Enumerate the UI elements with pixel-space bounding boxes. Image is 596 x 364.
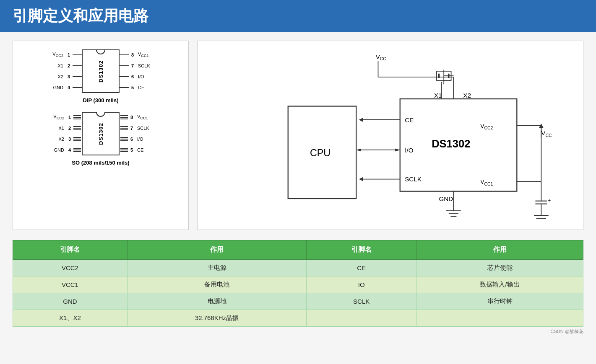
footer-note: CSDN @故柿花: [0, 327, 596, 336]
pin-line: [73, 87, 82, 88]
page: 引脚定义和应用电路 1 VCC2 2: [0, 0, 596, 364]
x2-label: X2: [463, 92, 471, 99]
table-cell: 电源地: [127, 293, 306, 310]
pin-label: I/O: [138, 74, 153, 79]
pin-row: 2 X1: [49, 123, 82, 134]
pin-row: 7 SCLK: [120, 123, 152, 134]
pin-label: X1: [49, 63, 63, 68]
table-cell: 32.768KHz晶振: [127, 310, 306, 327]
pin-label: X2: [49, 74, 63, 79]
pin-row: 3 X2: [49, 71, 82, 82]
pin-line: [73, 65, 82, 66]
pin-diagram-box: 1 VCC2 2 X1 3 X2: [13, 41, 189, 230]
pin-label: GND: [49, 85, 63, 90]
pin-label: CE: [138, 85, 153, 90]
so-left-pins: 1 VCC2 2 X1: [49, 112, 82, 155]
col-header-3: 引脚名: [307, 240, 416, 260]
pin-row: 8 VCC1: [120, 112, 152, 123]
pin-num: 2: [67, 126, 72, 131]
diagrams-row: 1 VCC2 2 X1 3 X2: [0, 41, 596, 230]
so-ic-body: DS1302: [82, 112, 120, 155]
table-cell: X1、X2: [13, 310, 128, 327]
page-title: 引脚定义和应用电路: [13, 7, 148, 24]
table-body: VCC2主电源CE芯片使能VCC1备用电池IO数据输入/输出GND电源地SCLK…: [13, 260, 583, 327]
pin-row: 4 GND: [49, 82, 82, 93]
pin-num: 1: [67, 115, 72, 120]
pin-row: 7 SCLK: [120, 60, 153, 71]
table-section: 引脚名 作用 引脚名 作用 VCC2主电源CE芯片使能VCC1备用电池IO数据输…: [0, 240, 596, 327]
io-pin-label: I/O: [405, 147, 413, 154]
dip-label: DIP (300 mils): [83, 97, 118, 103]
table-row: VCC2主电源CE芯片使能: [13, 260, 583, 276]
so-section: 1 VCC2 2 X1: [26, 112, 176, 166]
pin-num: 4: [67, 147, 72, 152]
ds1302-label: DS1302: [432, 138, 470, 150]
table-cell: 串行时钟: [416, 293, 583, 310]
pin-label: X2: [49, 137, 64, 142]
header: 引脚定义和应用电路: [0, 0, 596, 32]
dip-right-pins: 8 VCC1 7 SCLK 6 I/O: [120, 49, 153, 93]
table-cell: VCC1: [13, 276, 128, 293]
pin-label: VCC1: [137, 114, 152, 120]
pin-line: [120, 54, 129, 55]
pin-num: 7: [129, 126, 134, 131]
so-label: SO (208 mils/150 mils): [72, 160, 129, 166]
table-row: VCC1备用电池IO数据输入/输出: [13, 276, 583, 293]
svg-marker-12: [395, 148, 400, 151]
col-header-2: 作用: [127, 240, 306, 260]
table-cell: [307, 310, 416, 327]
pin-row: 1 VCC2: [49, 112, 82, 123]
table-cell: [416, 310, 583, 327]
pin-table: 引脚名 作用 引脚名 作用 VCC2主电源CE芯片使能VCC1备用电池IO数据输…: [13, 240, 583, 327]
table-cell: CE: [307, 260, 416, 276]
circuit-svg: VCC X1 X2 DS1302: [210, 49, 570, 221]
col-header-4: 作用: [416, 240, 583, 260]
ic-notch-so: [96, 112, 105, 117]
table-header-row: 引脚名 作用 引脚名 作用: [13, 240, 583, 260]
table-cell: GND: [13, 293, 128, 310]
table-cell: IO: [307, 276, 416, 293]
dip-ic-body: DS1302: [82, 49, 120, 93]
pin-num: 6: [130, 74, 135, 79]
pin-row: 4 GND: [49, 145, 82, 155]
pin-line: [120, 65, 129, 66]
pin-num: 3: [66, 74, 71, 79]
dip-left-pins: 1 VCC2 2 X1 3 X2: [49, 49, 82, 93]
so-ic-label: DS1302: [98, 123, 104, 145]
so-package: 1 VCC2 2 X1: [49, 112, 152, 155]
ic-label: DS1302: [98, 60, 104, 83]
ce-pin-label: CE: [405, 116, 414, 124]
col-header-1: 引脚名: [13, 240, 128, 260]
vcc-top-label: VCC: [376, 53, 387, 61]
pin-row: 5 CE: [120, 82, 153, 93]
pin-line: [120, 76, 129, 77]
x1-label: X1: [434, 92, 442, 99]
table-row: X1、X232.768KHz晶振: [13, 310, 583, 327]
pin-num: 8: [130, 52, 135, 57]
pin-label: CE: [137, 147, 152, 152]
dip-package: 1 VCC2 2 X1 3 X2: [49, 49, 153, 93]
pin-row: 8 VCC1: [120, 49, 153, 60]
pin-num: 7: [130, 63, 135, 68]
pin-label: VCC1: [138, 52, 153, 58]
pin-num: 2: [66, 63, 71, 68]
vcc-right-label: VCC: [541, 129, 552, 137]
table-row: GND电源地SCLK串行时钟: [13, 293, 583, 310]
cpu-label: CPU: [310, 147, 331, 158]
pin-line: [73, 76, 82, 77]
pin-line: [120, 87, 129, 88]
pin-num: 3: [67, 137, 72, 142]
pin-row: 5 CE: [120, 145, 152, 155]
pin-num: 5: [130, 85, 135, 90]
pin-row: 6 I/O: [120, 134, 152, 145]
dip-section: 1 VCC2 2 X1 3 X2: [26, 49, 176, 103]
pin-num: 8: [129, 115, 134, 120]
pin-row: 3 X2: [49, 134, 82, 145]
pin-label: GND: [49, 147, 64, 152]
pin-num: 5: [129, 147, 134, 152]
gnd-label: GND: [439, 195, 453, 202]
pin-line: [73, 54, 82, 55]
pin-label: VCC2: [49, 114, 64, 120]
so-right-pins: 8 VCC1 7 SCLK: [120, 112, 152, 155]
pin-num: 6: [129, 137, 134, 142]
